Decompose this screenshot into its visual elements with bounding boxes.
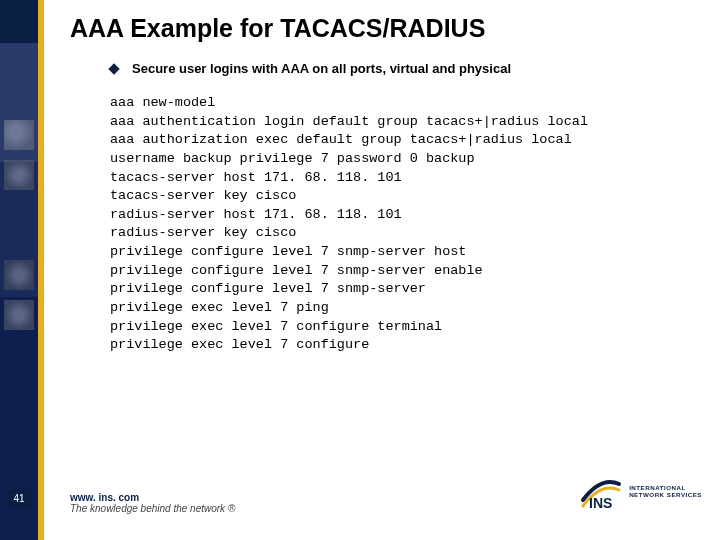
footer: www. ins. com The knowledge behind the n…	[70, 492, 235, 514]
code-block: aaa new-model aaa authentication login d…	[110, 94, 700, 355]
logo-swoosh-icon: INS	[579, 470, 623, 514]
footer-url: www. ins. com	[70, 492, 235, 503]
bullet-text: Secure user logins with AAA on all ports…	[132, 61, 511, 76]
brand-logo: INS INTERNATIONAL NETWORK SERVICES	[579, 470, 702, 514]
slide-title: AAA Example for TACACS/RADIUS	[70, 14, 700, 43]
sidebar-white-stripe	[44, 0, 48, 540]
slide-content: AAA Example for TACACS/RADIUS Secure use…	[70, 14, 700, 355]
sidebar-photo-tile	[4, 300, 34, 330]
logo-text: INTERNATIONAL NETWORK SERVICES	[629, 485, 702, 499]
page-number: 41	[6, 490, 32, 508]
sidebar-photo-tile	[4, 160, 34, 190]
logo-short-text: INS	[589, 495, 612, 511]
bullet-item: Secure user logins with AAA on all ports…	[110, 61, 700, 76]
sidebar-photo-tile	[4, 260, 34, 290]
logo-line2: NETWORK SERVICES	[629, 492, 702, 499]
footer-tagline: The knowledge behind the network ®	[70, 503, 235, 514]
sidebar-deco: 41	[0, 0, 48, 540]
bullet-diamond-icon	[108, 63, 119, 74]
sidebar-photo-tile	[4, 120, 34, 150]
